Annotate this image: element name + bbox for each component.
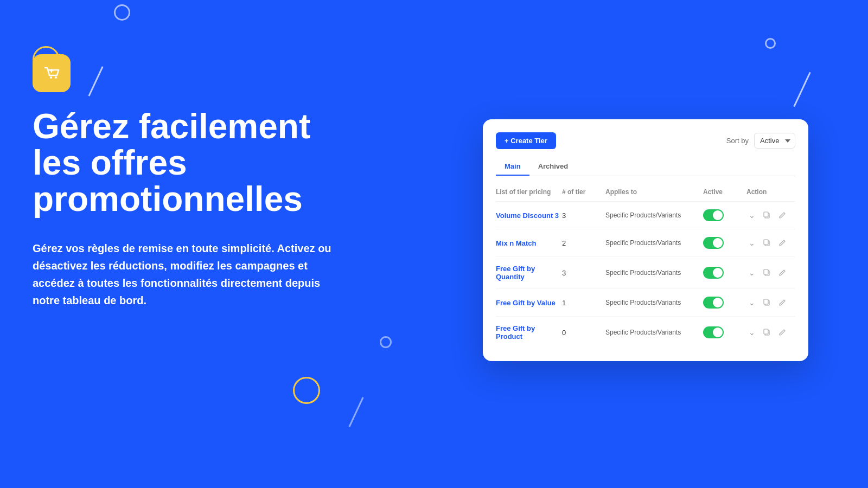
ui-card: + Create Tier Sort by Active Main Archiv…	[483, 119, 808, 361]
sort-by-section: Sort by Active	[726, 133, 795, 149]
chevron-down-icon[interactable]: ⌄	[746, 327, 757, 338]
deco-line-2	[793, 72, 810, 107]
row-applies-5: Specific Products/Variants	[605, 329, 703, 336]
svg-rect-12	[764, 329, 768, 334]
row-tier-5: 0	[562, 329, 605, 337]
table-row: Free Gift by Value 1 Specific Products/V…	[496, 289, 795, 317]
tab-archived[interactable]: Archived	[529, 158, 577, 176]
table-row: Free Gift by Quantity 3 Specific Product…	[496, 257, 795, 289]
col-tier: # of tier	[562, 188, 605, 196]
tab-main[interactable]: Main	[496, 158, 529, 176]
deco-circle-white-mid	[380, 336, 392, 348]
row-tier-2: 2	[562, 239, 605, 247]
row-name-1[interactable]: Volume Discount 3	[496, 211, 562, 220]
col-applies: Applies to	[605, 188, 703, 196]
main-subtext: Gérez vos règles de remise en toute simp…	[33, 240, 336, 309]
edit-icon[interactable]	[777, 297, 788, 308]
card-header: + Create Tier Sort by Active	[496, 132, 795, 149]
deco-circle-yellow-bottom	[293, 377, 320, 404]
chevron-down-icon[interactable]: ⌄	[746, 237, 757, 248]
chevron-down-icon[interactable]: ⌄	[746, 267, 757, 278]
row-applies-3: Specific Products/Variants	[605, 269, 703, 277]
copy-icon[interactable]	[762, 237, 773, 248]
table-header: List of tier pricing # of tier Applies t…	[496, 185, 795, 202]
toggle-4[interactable]	[703, 297, 724, 309]
toggle-1[interactable]	[703, 209, 724, 221]
row-tier-4: 1	[562, 299, 605, 307]
copy-icon[interactable]	[762, 297, 773, 308]
svg-rect-8	[764, 269, 768, 274]
main-headline: Gérez facilement les offres promotionnel…	[33, 108, 347, 218]
row-name-5[interactable]: Free Gift by Product	[496, 324, 562, 341]
sort-by-label: Sort by	[726, 137, 749, 145]
sort-select[interactable]: Active	[754, 133, 795, 149]
copy-icon[interactable]	[762, 327, 773, 338]
deco-circle-white-right	[765, 38, 776, 49]
copy-icon[interactable]	[762, 267, 773, 278]
col-action: Action	[746, 188, 795, 196]
chevron-down-icon[interactable]: ⌄	[746, 210, 757, 221]
edit-icon[interactable]	[777, 327, 788, 338]
cart-icon	[41, 62, 62, 84]
edit-icon[interactable]	[777, 210, 788, 221]
row-actions-3: ⌄	[746, 267, 795, 278]
table-row: Free Gift by Product 0 Specific Products…	[496, 317, 795, 348]
toggle-5[interactable]	[703, 326, 724, 338]
row-name-3[interactable]: Free Gift by Quantity	[496, 265, 562, 281]
row-actions-5: ⌄	[746, 327, 795, 338]
deco-circle-white-top	[114, 4, 130, 21]
row-tier-3: 3	[562, 269, 605, 277]
row-actions-2: ⌄	[746, 237, 795, 248]
row-applies-2: Specific Products/Variants	[605, 239, 703, 247]
edit-icon[interactable]	[777, 267, 788, 278]
row-tier-1: 3	[562, 211, 605, 220]
deco-line-3	[348, 397, 363, 427]
svg-rect-6	[764, 240, 768, 245]
tabs-container: Main Archived	[496, 158, 795, 176]
svg-rect-4	[764, 212, 768, 217]
col-active: Active	[703, 188, 746, 196]
chevron-down-icon[interactable]: ⌄	[746, 297, 757, 308]
row-applies-1: Specific Products/Variants	[605, 211, 703, 219]
create-tier-button[interactable]: + Create Tier	[496, 132, 556, 149]
svg-point-1	[50, 76, 52, 79]
row-name-2[interactable]: Mix n Match	[496, 239, 562, 247]
row-actions-4: ⌄	[746, 297, 795, 308]
row-name-4[interactable]: Free Gift by Value	[496, 299, 562, 307]
table-row: Mix n Match 2 Specific Products/Variants…	[496, 229, 795, 257]
toggle-2[interactable]	[703, 237, 724, 249]
svg-rect-10	[764, 299, 768, 304]
table-row: Volume Discount 3 3 Specific Products/Va…	[496, 202, 795, 229]
copy-icon[interactable]	[762, 210, 773, 221]
app-icon	[33, 54, 71, 92]
row-actions-1: ⌄	[746, 210, 795, 221]
left-section: Gérez facilement les offres promotionnel…	[33, 54, 347, 309]
row-applies-4: Specific Products/Variants	[605, 299, 703, 306]
edit-icon[interactable]	[777, 237, 788, 248]
svg-point-2	[55, 76, 57, 79]
toggle-3[interactable]	[703, 267, 724, 279]
svg-rect-0	[41, 62, 62, 84]
col-name: List of tier pricing	[496, 188, 562, 196]
